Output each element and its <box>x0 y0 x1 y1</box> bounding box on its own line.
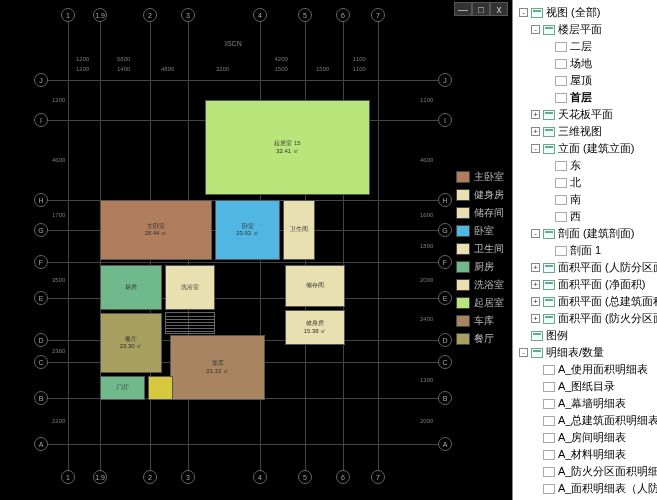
grid-bubble-row-F[interactable]: F <box>438 255 452 269</box>
tree-node[interactable]: -楼层平面 <box>519 21 655 38</box>
grid-bubble-row-B[interactable]: B <box>34 391 48 405</box>
grid-bubble-row-A[interactable]: A <box>34 437 48 451</box>
room-unnamed[interactable] <box>148 376 173 400</box>
expand-icon[interactable]: + <box>531 297 540 306</box>
room-卧室[interactable]: 卧室23.93 ㎡ <box>215 200 280 260</box>
tree-node[interactable]: 剖面 1 <box>519 242 655 259</box>
tree-node[interactable]: -明细表/数量 <box>519 344 655 361</box>
tree-label: 剖面 1 <box>570 243 601 258</box>
sheet-icon <box>531 348 543 358</box>
grid-bubble-row-D[interactable]: D <box>34 333 48 347</box>
floor-plan[interactable]: 起居室 1532.41 ㎡卧室23.93 ㎡主卧室28.44 ㎡卫生间健身房15… <box>100 80 380 450</box>
room-洗浴室[interactable]: 洗浴室 <box>165 265 215 310</box>
grid-bubble-col-4[interactable]: 4 <box>253 470 267 484</box>
grid-bubble-row-H[interactable]: H <box>438 193 452 207</box>
tree-node[interactable]: -立面 (建筑立面) <box>519 140 655 157</box>
tree-node[interactable]: 二层 <box>519 38 655 55</box>
cad-viewport[interactable]: — □ x ISCN 111.91.9223344556677JJIIHHGGF… <box>0 0 512 500</box>
room-储存间[interactable]: 储存间 <box>285 265 345 307</box>
tree-node[interactable]: A_总建筑面积明细表 <box>519 412 655 429</box>
expand-icon[interactable]: + <box>531 314 540 323</box>
tree-node[interactable]: A_房间明细表 <box>519 429 655 446</box>
tree-node[interactable]: A_使用面积明细表 <box>519 361 655 378</box>
grid-bubble-col-1.9[interactable]: 1.9 <box>93 470 107 484</box>
grid-bubble-row-F[interactable]: F <box>34 255 48 269</box>
grid-bubble-row-B[interactable]: B <box>438 391 452 405</box>
tree-node[interactable]: 北 <box>519 174 655 191</box>
grid-bubble-row-C[interactable]: C <box>438 355 452 369</box>
tree-node[interactable]: +三维视图 <box>519 123 655 140</box>
grid-bubble-col-4[interactable]: 4 <box>253 8 267 22</box>
tree-node[interactable]: 东 <box>519 157 655 174</box>
tree-node[interactable]: +面积平面 (净面积) <box>519 276 655 293</box>
expand-icon[interactable]: + <box>531 127 540 136</box>
grid-bubble-col-2[interactable]: 2 <box>143 8 157 22</box>
collapse-icon[interactable]: - <box>531 25 540 34</box>
grid-bubble-row-G[interactable]: G <box>438 223 452 237</box>
tree-node[interactable]: A_材料明细表 <box>519 446 655 463</box>
room-卫生间[interactable]: 卫生间 <box>283 200 315 260</box>
grid-bubble-row-E[interactable]: E <box>34 291 48 305</box>
collapse-icon[interactable]: - <box>531 144 540 153</box>
tree-node[interactable]: 屋顶 <box>519 72 655 89</box>
grid-bubble-col-7[interactable]: 7 <box>371 8 385 22</box>
minimize-button[interactable]: — <box>454 2 472 16</box>
room-主卧室[interactable]: 主卧室28.44 ㎡ <box>100 200 212 260</box>
tree-node[interactable]: A_图纸目录 <box>519 378 655 395</box>
tree-node[interactable]: +面积平面 (总建筑面积) <box>519 293 655 310</box>
tree-node[interactable]: 西 <box>519 208 655 225</box>
room-车库[interactable]: 车库21.13 ㎡ <box>170 335 265 400</box>
room-起居室 15[interactable]: 起居室 1532.41 ㎡ <box>205 100 370 195</box>
maximize-button[interactable]: □ <box>472 2 490 16</box>
collapse-icon[interactable]: - <box>531 229 540 238</box>
tree-node[interactable]: 首层 <box>519 89 655 106</box>
expand-icon[interactable]: + <box>531 110 540 119</box>
grid-bubble-row-C[interactable]: C <box>34 355 48 369</box>
grid-bubble-col-6[interactable]: 6 <box>336 8 350 22</box>
leaf-icon <box>555 161 567 171</box>
grid-bubble-row-E[interactable]: E <box>438 291 452 305</box>
grid-bubble-row-J[interactable]: J <box>438 73 452 87</box>
grid-bubble-row-D[interactable]: D <box>438 333 452 347</box>
close-button[interactable]: x <box>490 2 508 16</box>
grid-bubble-row-G[interactable]: G <box>34 223 48 237</box>
room-area: 32.41 ㎡ <box>276 148 299 155</box>
grid-bubble-col-3[interactable]: 3 <box>181 470 195 484</box>
project-browser-panel[interactable]: -视图 (全部)-楼层平面二层场地屋顶首层+天花板平面+三维视图-立面 (建筑立… <box>512 0 657 500</box>
grid-bubble-col-5[interactable]: 5 <box>298 8 312 22</box>
expand-icon[interactable]: + <box>531 263 540 272</box>
tree-node[interactable]: +天花板平面 <box>519 106 655 123</box>
room-厨房[interactable]: 厨房 <box>100 265 162 310</box>
collapse-icon[interactable]: - <box>519 8 528 17</box>
tree-node[interactable]: -剖面 (建筑剖面) <box>519 225 655 242</box>
grid-bubble-col-1.9[interactable]: 1.9 <box>93 8 107 22</box>
tree-spacer <box>531 484 540 493</box>
grid-bubble-row-I[interactable]: I <box>34 113 48 127</box>
grid-bubble-col-1[interactable]: 1 <box>61 470 75 484</box>
grid-bubble-col-5[interactable]: 5 <box>298 470 312 484</box>
grid-bubble-row-J[interactable]: J <box>34 73 48 87</box>
grid-bubble-col-1[interactable]: 1 <box>61 8 75 22</box>
expand-icon[interactable]: + <box>531 280 540 289</box>
grid-bubble-row-H[interactable]: H <box>34 193 48 207</box>
room-健身房[interactable]: 健身房15.38 ㎡ <box>285 310 345 345</box>
tree-node[interactable]: 南 <box>519 191 655 208</box>
tree-node[interactable]: -视图 (全部) <box>519 4 655 21</box>
room-餐厅[interactable]: 餐厅23.30 ㎡ <box>100 313 162 373</box>
tree-node[interactable]: +面积平面 (人防分区面积) <box>519 259 655 276</box>
grid-bubble-col-2[interactable]: 2 <box>143 470 157 484</box>
grid-bubble-col-6[interactable]: 6 <box>336 470 350 484</box>
grid-bubble-col-3[interactable]: 3 <box>181 8 195 22</box>
tree-node[interactable]: +面积平面 (防火分区面积) <box>519 310 655 327</box>
leaf-icon <box>543 416 555 426</box>
grid-bubble-col-7[interactable]: 7 <box>371 470 385 484</box>
tree-node[interactable]: 场地 <box>519 55 655 72</box>
tree-node[interactable]: 图例 <box>519 327 655 344</box>
tree-node[interactable]: A_防火分区面积明细表 <box>519 463 655 480</box>
grid-bubble-row-I[interactable]: I <box>438 113 452 127</box>
tree-node[interactable]: A_面积明细表（人防面积） <box>519 480 655 497</box>
tree-node[interactable]: A_幕墙明细表 <box>519 395 655 412</box>
collapse-icon[interactable]: - <box>519 348 528 357</box>
room-门厅[interactable]: 门厅 <box>100 376 145 400</box>
grid-bubble-row-A[interactable]: A <box>438 437 452 451</box>
